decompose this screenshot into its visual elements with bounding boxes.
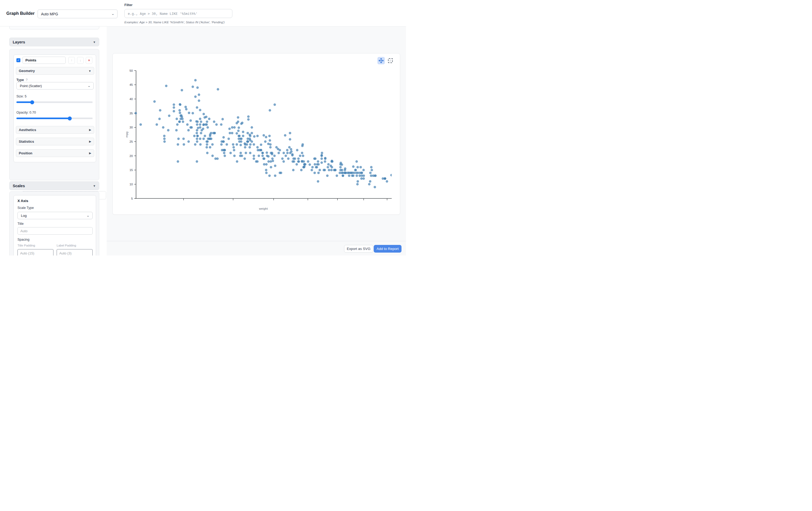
x-axis-title-input[interactable] <box>18 227 93 234</box>
chart-card: 5101520253035404550mpgweight <box>113 53 400 215</box>
marquee-select-icon <box>388 58 393 63</box>
slider-thumb[interactable] <box>30 101 34 104</box>
chart-toolbar <box>377 57 394 64</box>
filter-examples-hint: Examples: Age > 30, Name LIKE '%Smith%',… <box>124 21 225 24</box>
move-pan-icon <box>379 58 383 63</box>
svg-text:20: 20 <box>129 154 133 158</box>
arrow-up-icon: ↑ <box>71 58 72 62</box>
scale-type-label: Scale Type <box>18 206 34 210</box>
opacity-slider-label: Opacity: 0.70 <box>17 111 36 114</box>
svg-text:30: 30 <box>129 126 133 129</box>
label-padding-label: Label Padding <box>57 244 76 247</box>
help-icon: ? <box>26 78 28 82</box>
filter-label: Filter <box>124 3 133 7</box>
layer-card: ✓ ↑ ↓ × Geometry ▼ Type? Point (Scatter)… <box>13 55 96 162</box>
top-bar: Graph Builder Auto MPG ⌄ Filter Examples… <box>0 0 406 26</box>
title-padding-label: Title Padding <box>18 244 35 247</box>
svg-text:35: 35 <box>129 112 133 115</box>
svg-text:5: 5 <box>131 197 133 200</box>
remove-layer-button[interactable]: × <box>86 57 92 64</box>
move-layer-up-button[interactable]: ↑ <box>68 57 75 64</box>
collapse-triangle-icon: ▼ <box>93 184 96 188</box>
scrolled-panel-partial <box>9 26 99 29</box>
dataset-select[interactable]: Auto MPG ⌄ <box>37 9 117 18</box>
position-section-header[interactable]: Position ▶ <box>16 149 94 157</box>
pan-tool-button[interactable] <box>377 57 385 64</box>
layers-section-header[interactable]: Layers ▼ <box>9 37 99 46</box>
main-area: 5101520253035404550mpgweight Export as S… <box>107 26 406 256</box>
scatter-plot[interactable]: 5101520253035404550mpgweight <box>113 54 400 215</box>
geometry-type-select[interactable]: Point (Scatter) ⌄ <box>17 82 94 89</box>
layers-section-title: Layers <box>13 40 25 44</box>
collapse-triangle-icon: ▼ <box>93 40 96 44</box>
label-padding-input[interactable] <box>57 249 93 256</box>
svg-text:mpg: mpg <box>125 132 128 137</box>
chevron-down-icon: ⌄ <box>87 84 90 88</box>
expand-triangle-icon: ▶ <box>89 128 91 132</box>
opacity-slider[interactable] <box>17 116 93 120</box>
svg-text:15: 15 <box>129 168 133 172</box>
x-scale-type-select[interactable]: Log ⌄ <box>18 212 93 219</box>
layers-panel: ✓ ↑ ↓ × Geometry ▼ Type? Point (Scatter)… <box>9 49 99 180</box>
svg-text:45: 45 <box>129 83 133 86</box>
geometry-section-title: Geometry <box>19 69 35 73</box>
chevron-down-icon: ⌄ <box>86 214 89 217</box>
scales-section-header[interactable]: Scales ▼ <box>9 181 99 190</box>
type-label: Type? <box>17 78 28 82</box>
svg-text:40: 40 <box>129 97 133 101</box>
filter-input[interactable] <box>124 9 232 18</box>
layer-enabled-checkbox[interactable]: ✓ <box>17 58 20 62</box>
slider-fill <box>17 102 32 103</box>
x-axis-card: X Axis Scale Type Log ⌄ Title Spacing Ti… <box>13 195 96 256</box>
scales-panel: X Axis Scale Type Log ⌄ Title Spacing Ti… <box>9 192 99 256</box>
marquee-select-tool-button[interactable] <box>387 57 394 64</box>
export-svg-button[interactable]: Export as SVG <box>344 245 373 253</box>
svg-text:25: 25 <box>129 140 133 143</box>
x-scale-type-value: Log <box>21 214 27 218</box>
spacing-label: Spacing <box>18 238 29 242</box>
expand-triangle-icon: ▶ <box>89 140 91 143</box>
add-to-report-button[interactable]: Add to Report <box>374 245 402 253</box>
svg-text:10: 10 <box>129 183 133 186</box>
arrow-down-icon: ↓ <box>80 58 81 62</box>
layer-name-input[interactable] <box>23 57 66 64</box>
slider-fill <box>17 118 70 119</box>
collapse-triangle-icon: ▼ <box>88 69 91 73</box>
move-layer-down-button[interactable]: ↓ <box>77 57 84 64</box>
chevron-down-icon: ⌄ <box>111 12 114 16</box>
dataset-select-value: Auto MPG <box>41 12 58 16</box>
size-slider[interactable] <box>17 101 93 104</box>
svg-text:weight: weight <box>259 207 268 210</box>
x-axis-title: X Axis <box>18 199 28 203</box>
title-padding-input[interactable] <box>18 249 54 256</box>
svg-text:50: 50 <box>129 69 133 72</box>
close-icon: × <box>88 58 90 62</box>
footer-bar: Export as SVG Add to Report <box>107 241 406 256</box>
geometry-section-header[interactable]: Geometry ▼ <box>16 67 94 75</box>
geometry-type-value: Point (Scatter) <box>20 84 42 88</box>
sidebar: Layers ▼ ✓ ↑ ↓ × Geometry ▼ Type? Po <box>0 26 107 256</box>
aesthetics-section-header[interactable]: Aesthetics ▶ <box>16 126 94 134</box>
statistics-section-header[interactable]: Statistics ▶ <box>16 138 94 145</box>
x-title-label: Title <box>18 222 24 226</box>
app-title: Graph Builder <box>6 11 35 16</box>
expand-triangle-icon: ▶ <box>89 151 91 155</box>
size-slider-label: Size: 5 <box>17 94 26 98</box>
slider-thumb[interactable] <box>68 116 72 120</box>
scales-section-title: Scales <box>13 184 25 188</box>
